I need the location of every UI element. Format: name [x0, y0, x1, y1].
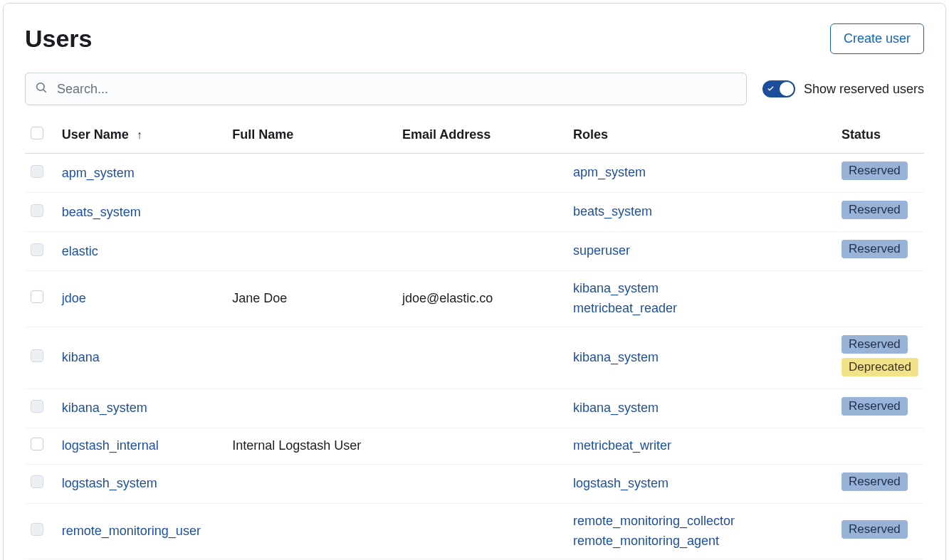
reserved-users-toggle[interactable] [762, 80, 795, 97]
status-badge: Reserved [841, 397, 908, 416]
email-cell: jdoe@elastic.co [397, 271, 567, 327]
role-link[interactable]: metricbeat_writer [573, 436, 830, 456]
column-header-status[interactable]: Status [836, 120, 924, 154]
user-link[interactable]: jdoe [62, 291, 86, 305]
status-cell: Reserved [836, 154, 924, 193]
email-cell [397, 193, 567, 232]
roles-cell: metricbeat_writer [567, 428, 836, 464]
column-header-fullname[interactable]: Full Name [226, 120, 397, 154]
status-cell: Reserved [836, 232, 924, 271]
search-input[interactable] [25, 73, 747, 105]
role-link[interactable]: superuser [573, 241, 830, 261]
reserved-users-toggle-label: Show reserved users [804, 82, 924, 97]
create-user-button[interactable]: Create user [830, 23, 924, 54]
table-row: logstash_internalInternal Logstash Userm… [25, 428, 924, 464]
role-link[interactable]: apm_system [573, 163, 830, 183]
table-body: apm_systemapm_systemReservedbeats_system… [25, 154, 924, 559]
fullname-cell [226, 232, 397, 271]
status-cell: Reserved [836, 503, 924, 559]
role-link[interactable]: remote_monitoring_agent [573, 532, 830, 551]
row-checkbox[interactable] [31, 438, 43, 450]
fullname-cell [226, 464, 397, 503]
status-cell [836, 271, 924, 327]
header-row: Users Create user [25, 23, 924, 54]
fullname-cell [226, 154, 397, 193]
svg-line-1 [43, 90, 46, 93]
sort-ascending-icon: ↑ [137, 129, 142, 141]
roles-cell: superuser [567, 232, 836, 271]
row-checkbox[interactable] [31, 290, 43, 303]
users-panel: Users Create user Show reserved users [3, 3, 946, 560]
email-cell [397, 232, 567, 271]
search-wrap [25, 73, 747, 105]
status-badge: Reserved [841, 520, 908, 539]
roles-cell: kibana_systemmetricbeat_reader [567, 271, 836, 327]
email-cell [397, 154, 567, 193]
column-header-email[interactable]: Email Address [397, 120, 567, 154]
fullname-cell [226, 193, 397, 232]
row-checkbox [31, 523, 43, 536]
status-badge: Reserved [841, 201, 908, 219]
table-row: remote_monitoring_userremote_monitoring_… [25, 503, 924, 559]
column-header-select [25, 120, 56, 154]
page-title: Users [25, 25, 93, 53]
roles-cell: logstash_system [567, 464, 836, 503]
roles-cell: kibana_system [567, 389, 836, 428]
table-row: kibanakibana_systemReservedDeprecated [25, 327, 924, 389]
roles-cell: remote_monitoring_collectorremote_monito… [567, 503, 836, 559]
reserved-users-toggle-wrap: Show reserved users [762, 80, 924, 97]
role-link[interactable]: kibana_system [573, 279, 830, 299]
user-link[interactable]: remote_monitoring_user [62, 524, 201, 538]
row-checkbox [31, 400, 43, 413]
user-link[interactable]: elastic [62, 244, 98, 258]
row-checkbox [31, 349, 43, 362]
user-link[interactable]: apm_system [62, 166, 135, 180]
table-header-row: User Name ↑ Full Name Email Address Role… [25, 120, 924, 154]
column-header-roles[interactable]: Roles [567, 120, 836, 154]
search-icon [35, 81, 48, 97]
row-checkbox [31, 204, 43, 217]
email-cell [397, 327, 567, 389]
user-link[interactable]: logstash_system [62, 476, 157, 490]
user-link[interactable]: logstash_internal [62, 438, 159, 453]
user-link[interactable]: beats_system [62, 205, 141, 219]
role-link[interactable]: kibana_system [573, 348, 830, 368]
role-link[interactable]: logstash_system [573, 474, 830, 494]
svg-point-0 [37, 83, 45, 91]
roles-cell: kibana_system [567, 327, 836, 389]
status-badge: Deprecated [841, 358, 918, 376]
check-icon [767, 83, 775, 95]
fullname-cell: Jane Doe [226, 271, 397, 327]
row-checkbox [31, 475, 43, 488]
user-link[interactable]: kibana_system [62, 401, 147, 415]
user-link[interactable]: kibana [62, 350, 100, 364]
fullname-cell: Internal Logstash User [226, 428, 397, 464]
status-cell: Reserved [836, 193, 924, 232]
email-cell [397, 428, 567, 464]
table-row: logstash_systemlogstash_systemReserved [25, 464, 924, 503]
status-cell: Reserved [836, 464, 924, 503]
role-link[interactable]: kibana_system [573, 398, 830, 418]
table-row: beats_systembeats_systemReserved [25, 193, 924, 232]
status-badge: Reserved [841, 335, 908, 354]
table-row: apm_systemapm_systemReserved [25, 154, 924, 193]
status-badge: Reserved [841, 472, 908, 491]
row-checkbox [31, 165, 43, 178]
row-checkbox [31, 243, 43, 256]
role-link[interactable]: remote_monitoring_collector [573, 512, 830, 532]
select-all-checkbox[interactable] [31, 127, 43, 139]
role-link[interactable]: beats_system [573, 202, 830, 222]
email-cell [397, 389, 567, 428]
table-row: kibana_systemkibana_systemReserved [25, 389, 924, 428]
search-row: Show reserved users [25, 73, 924, 105]
fullname-cell [226, 327, 397, 389]
status-badge: Reserved [841, 162, 908, 180]
column-header-username[interactable]: User Name ↑ [56, 120, 226, 154]
email-cell [397, 503, 567, 559]
status-cell: ReservedDeprecated [836, 327, 924, 389]
roles-cell: beats_system [567, 193, 836, 232]
status-badge: Reserved [841, 240, 908, 258]
fullname-cell [226, 389, 397, 428]
role-link[interactable]: metricbeat_reader [573, 299, 830, 319]
table-row: jdoeJane Doejdoe@elastic.cokibana_system… [25, 271, 924, 327]
